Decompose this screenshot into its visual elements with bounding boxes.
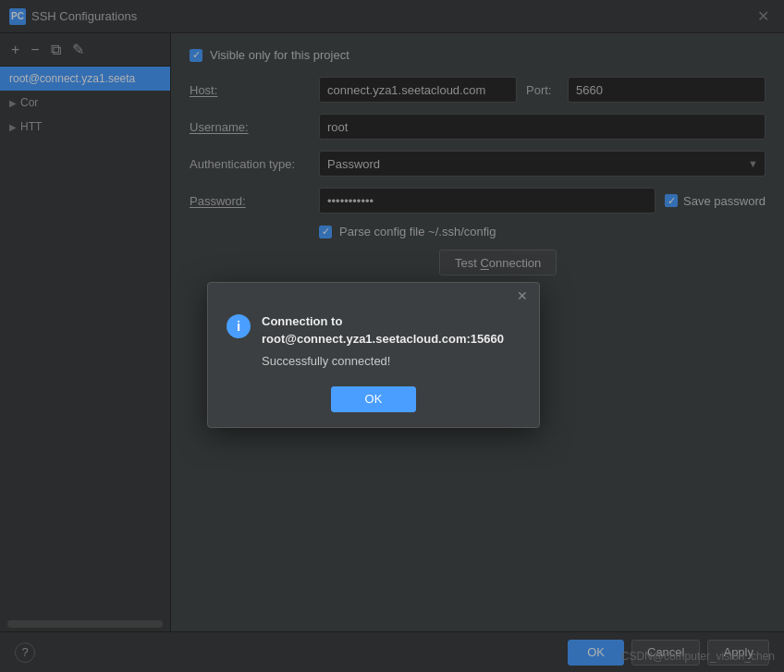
modal-overlay: ✕ i Connection to root@connect.yza1.seet… bbox=[0, 0, 784, 672]
modal-close-button[interactable]: ✕ bbox=[513, 288, 532, 303]
modal-footer: OK bbox=[208, 386, 539, 427]
modal-dialog: ✕ i Connection to root@connect.yza1.seet… bbox=[207, 282, 540, 428]
modal-body: i Connection to root@connect.yza1.seetac… bbox=[208, 309, 539, 386]
modal-success-text: Successfully connected! bbox=[262, 354, 521, 368]
modal-ok-button[interactable]: OK bbox=[331, 386, 417, 412]
modal-title-bar: ✕ bbox=[208, 283, 539, 309]
modal-connection-title: Connection to root@connect.yza1.seetaclo… bbox=[262, 312, 521, 348]
modal-message: Connection to root@connect.yza1.seetaclo… bbox=[262, 312, 521, 368]
info-icon: i bbox=[227, 314, 251, 338]
